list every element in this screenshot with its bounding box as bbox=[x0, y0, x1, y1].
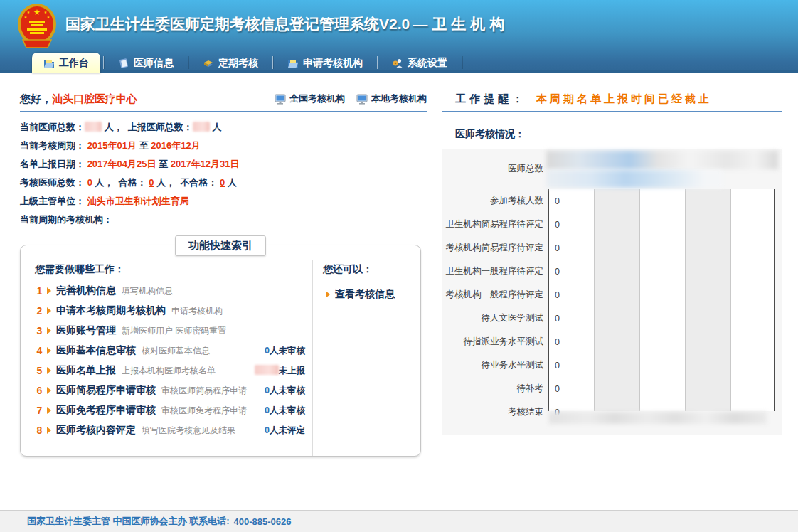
org-name: 汕头口腔医疗中心 bbox=[52, 92, 137, 105]
tab-apply-assessment-org[interactable]: 申请考核机构 bbox=[276, 53, 374, 73]
svg-text:★: ★ bbox=[24, 15, 28, 19]
tab-separator bbox=[188, 56, 188, 69]
report-date-row: 名单上报日期： 2017年04月25日 至 2017年12月31日 bbox=[20, 155, 427, 174]
arrow-right-icon bbox=[47, 307, 51, 314]
status-badge: 0人未评定 bbox=[265, 425, 305, 437]
tab-label: 系统设置 bbox=[408, 57, 447, 70]
footer-bar: 国家卫生计生委主管 中国医师协会主办 联系电话: 400-885-0626 bbox=[0, 510, 798, 532]
folder-icon bbox=[287, 58, 299, 69]
chart-row: 医师总数 bbox=[442, 149, 782, 189]
unqualified-count-link[interactable]: 0 bbox=[220, 177, 225, 188]
quick-index-title: 功能快速索引 bbox=[175, 235, 266, 256]
doctor-count-row: 当前医师总数： 人， 上报医师总数： 人 bbox=[20, 118, 427, 137]
redacted-count bbox=[255, 365, 279, 375]
chart-row: 考核机构简易程序待评定0 bbox=[442, 236, 782, 260]
task-item-4[interactable]: 4 医师基本信息审核 核对医师基本信息 0人未审核 bbox=[35, 341, 305, 361]
qualified-count-link[interactable]: 0 bbox=[149, 177, 154, 188]
task-item-8[interactable]: 8 医师考核内容评定 填写医院考核意见及结果 0人未评定 bbox=[35, 420, 305, 440]
greeting: 您好，汕头口腔医疗中心 bbox=[20, 92, 137, 106]
task-item-2[interactable]: 2 申请本考核周期考核机构 申请考核机构 bbox=[35, 301, 305, 321]
arrow-right-icon bbox=[47, 407, 51, 414]
china-national-emblem-logo: ★ ★ ★ ★ ★ bbox=[17, 3, 57, 50]
tab-label: 申请考核机构 bbox=[303, 57, 363, 70]
chart-row: 考核机构一般程序待评定0 bbox=[442, 283, 782, 307]
current-cycle-orgs-row: 当前周期的考核机构： bbox=[20, 211, 427, 229]
summary-info: 当前医师总数： 人， 上报医师总数： 人 当前考核周期： 2015年01月 至 … bbox=[20, 118, 427, 229]
notebook-icon bbox=[118, 58, 129, 69]
view-assessment-info-link[interactable]: 查看考核信息 bbox=[323, 288, 420, 301]
divider bbox=[20, 111, 427, 112]
app-window: ★ ★ ★ ★ ★ 国家卫生计生委医师定期考核信息登记管理系统V2.0—卫生机构… bbox=[0, 0, 798, 532]
link-label: 全国考核机构 bbox=[289, 92, 345, 105]
arrow-right-icon bbox=[47, 287, 51, 294]
content-area: 您好，汕头口腔医疗中心 全国考核机构 bbox=[0, 73, 798, 510]
task-item-1[interactable]: 1 完善机构信息 填写机构信息 bbox=[35, 281, 305, 301]
chart-row: 卫生机构简易程序待评定0 bbox=[442, 213, 782, 236]
svg-text:★: ★ bbox=[47, 15, 50, 19]
page-title: 国家卫生计生委医师定期考核信息登记管理系统V2.0—卫生机构 bbox=[65, 14, 509, 34]
footer-phone: 400-885-0626 bbox=[234, 516, 292, 527]
national-assessment-orgs-link[interactable]: 全国考核机构 bbox=[275, 92, 345, 105]
svg-text:★: ★ bbox=[44, 10, 48, 14]
header-banner: ★ ★ ★ ★ ★ 国家卫生计生委医师定期考核信息登记管理系统V2.0—卫生机构… bbox=[0, 0, 798, 73]
local-assessment-orgs-link[interactable]: 本地考核机构 bbox=[356, 92, 427, 105]
tab-separator bbox=[272, 56, 273, 69]
chart-row: 卫生机构一般程序待评定0 bbox=[442, 260, 782, 283]
tab-separator bbox=[103, 56, 104, 69]
tab-periodic-assessment[interactable]: 定期考核 bbox=[191, 53, 270, 73]
divider bbox=[442, 111, 782, 112]
folder-icon bbox=[43, 58, 55, 69]
tab-separator bbox=[462, 56, 462, 69]
right-pane: 工作提醒： 本周期名单上报时间已经截止 医师考核情况： 医师总数 bbox=[442, 73, 782, 435]
assessed-doctors-row: 考核医师总数： 0 人， 合格： 0 人， 不合格： 0 人 bbox=[20, 174, 427, 192]
task-item-6[interactable]: 6 医师简易程序申请审核 审核医师简易程序申请 0人未审核 bbox=[35, 381, 305, 400]
tab-physician-info[interactable]: 医师信息 bbox=[107, 53, 185, 73]
books-icon bbox=[203, 58, 214, 69]
footer-text: 国家卫生计生委主管 中国医师协会主办 联系电话: bbox=[27, 515, 230, 528]
tasks-header: 您需要做哪些工作： bbox=[35, 260, 305, 281]
quick-index-panel: 功能快速索引 您需要做哪些工作： 1 完善机构信息 填写机构信息 2 bbox=[20, 245, 421, 457]
monitor-icon bbox=[275, 94, 286, 105]
supervisor-unit-row: 上级主管单位： 汕头市卫生和计划生育局 bbox=[20, 192, 427, 211]
redacted-value bbox=[85, 122, 102, 132]
chart-row: 待业务水平测试0 bbox=[442, 353, 782, 377]
redacted-value bbox=[193, 122, 210, 132]
status-badge: 未上报 bbox=[255, 365, 306, 377]
status-badge: 0人未审核 bbox=[265, 405, 305, 417]
chart-row: 待人文医学测试0 bbox=[442, 307, 782, 330]
tab-workbench[interactable]: 工作台 bbox=[32, 53, 100, 73]
status-badge: 0人未审核 bbox=[265, 385, 305, 397]
user-gear-icon bbox=[392, 58, 403, 69]
task-item-3[interactable]: 3 医师账号管理 新增医师用户 医师密码重置 bbox=[35, 321, 305, 341]
chart-row: 待补考0 bbox=[442, 377, 782, 400]
chart-title: 医师考核情况： bbox=[455, 128, 782, 141]
task-item-5[interactable]: 5 医师名单上报 上报本机构医师考核名单 未上报 bbox=[35, 361, 305, 381]
arrow-right-icon bbox=[47, 367, 51, 374]
tab-label: 医师信息 bbox=[134, 57, 174, 70]
main-nav: 工作台 医师信息 定期考核 bbox=[32, 53, 465, 73]
monitor-icon bbox=[356, 94, 368, 105]
chart-row: 参加考核人数0 bbox=[442, 189, 782, 213]
arrow-right-icon bbox=[47, 347, 51, 354]
redacted-axis-labels bbox=[549, 412, 767, 424]
tab-label: 工作台 bbox=[59, 57, 89, 70]
left-pane: 您好，汕头口腔医疗中心 全国考核机构 bbox=[20, 73, 427, 457]
reminder-message: 本周期名单上报时间已经截止 bbox=[536, 92, 712, 106]
more-actions-header: 您还可以： bbox=[323, 260, 420, 281]
task-item-7[interactable]: 7 医师免考程序申请审核 审核医师免考程序申请 0人未审核 bbox=[35, 400, 305, 420]
status-badge: 0人未审核 bbox=[265, 345, 305, 357]
arrow-right-icon bbox=[47, 427, 51, 434]
assessment-cycle-row: 当前考核周期： 2015年01月 至 2016年12月 bbox=[20, 137, 427, 155]
arrow-right-icon bbox=[47, 327, 51, 334]
work-reminder: 工作提醒： 本周期名单上报时间已经截止 bbox=[455, 92, 782, 106]
arrow-right-icon bbox=[326, 291, 330, 298]
tab-system-settings[interactable]: 系统设置 bbox=[381, 53, 459, 73]
svg-text:★: ★ bbox=[33, 8, 41, 16]
tab-label: 定期考核 bbox=[218, 57, 258, 70]
arrow-right-icon bbox=[47, 387, 51, 394]
svg-text:★: ★ bbox=[27, 10, 31, 14]
chart-row: 待指派业务水平测试0 bbox=[442, 330, 782, 353]
tab-separator bbox=[377, 56, 378, 69]
link-label: 本地考核机构 bbox=[371, 92, 427, 105]
assessment-status-chart: 医师总数 参加考核人数0 卫生机构简易程序待评定0 考核机构简易程序待评定0 卫… bbox=[442, 149, 782, 435]
